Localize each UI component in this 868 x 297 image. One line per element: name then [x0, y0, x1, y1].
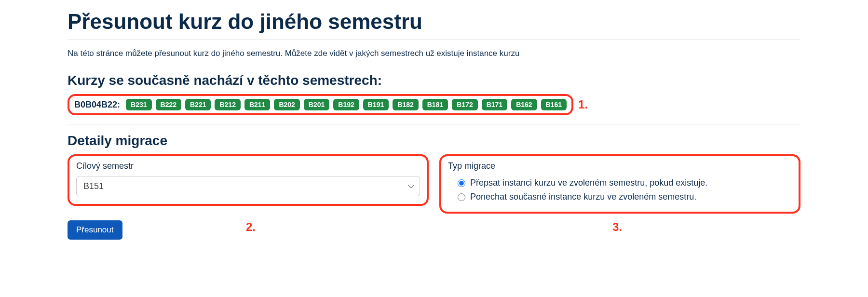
semester-badge-row: B0B04B22: B231 B222 B221 B212 B211 B202 … — [74, 99, 567, 110]
divider — [68, 40, 800, 40]
semester-badge[interactable]: B231 — [126, 99, 151, 110]
target-semester-select[interactable]: B151 — [76, 176, 420, 196]
semester-badge[interactable]: B191 — [363, 99, 389, 110]
semester-badge[interactable]: B221 — [185, 99, 211, 110]
page-title: Přesunout kurz do jiného semestru — [68, 10, 800, 34]
annotation-label-2: 2. — [246, 220, 256, 234]
semester-badge[interactable]: B192 — [333, 99, 359, 110]
annotation-box-1: B0B04B22: B231 B222 B221 B212 B211 B202 … — [68, 94, 573, 115]
details-heading: Detaily migrace — [68, 133, 800, 148]
semester-badge[interactable]: B212 — [215, 99, 240, 110]
semester-badge[interactable]: B222 — [156, 99, 181, 110]
semester-badge[interactable]: B171 — [482, 99, 507, 110]
semester-badge[interactable]: B201 — [304, 99, 329, 110]
semester-badge[interactable]: B162 — [511, 99, 537, 110]
annotation-box-3: Typ migrace Přepsat instanci kurzu ve zv… — [439, 154, 800, 214]
semester-badge[interactable]: B211 — [244, 99, 270, 110]
semester-badge[interactable]: B161 — [541, 99, 567, 110]
semester-badge[interactable]: B181 — [422, 99, 448, 110]
target-semester-label: Cílový semestr — [76, 161, 420, 171]
annotation-label-1: 1. — [578, 98, 588, 111]
radio-label: Ponechat současné instance kurzu ve zvol… — [470, 192, 696, 202]
submit-button[interactable]: Přesunout — [68, 220, 122, 240]
migration-option-overwrite[interactable]: Přepsat instanci kurzu ve zvoleném semes… — [448, 176, 792, 190]
migration-option-keep[interactable]: Ponechat současné instance kurzu ve zvol… — [448, 190, 792, 204]
current-semesters-heading: Kurzy se současně nachází v těchto semes… — [68, 73, 800, 88]
annotation-label-3: 3. — [612, 220, 622, 234]
radio-keep[interactable] — [458, 193, 465, 201]
course-code-label: B0B04B22: — [74, 100, 120, 110]
migration-type-label: Typ migrace — [448, 161, 792, 171]
annotation-box-2: Cílový semestr B151 — [68, 154, 429, 206]
radio-label: Přepsat instanci kurzu ve zvoleném semes… — [470, 178, 707, 188]
radio-overwrite[interactable] — [458, 179, 465, 187]
semester-badge[interactable]: B202 — [274, 99, 299, 110]
semester-badge[interactable]: B172 — [452, 99, 477, 110]
semester-badge[interactable]: B182 — [393, 99, 418, 110]
divider — [68, 124, 800, 124]
intro-text: Na této stránce můžete přesunout kurz do… — [68, 49, 800, 58]
